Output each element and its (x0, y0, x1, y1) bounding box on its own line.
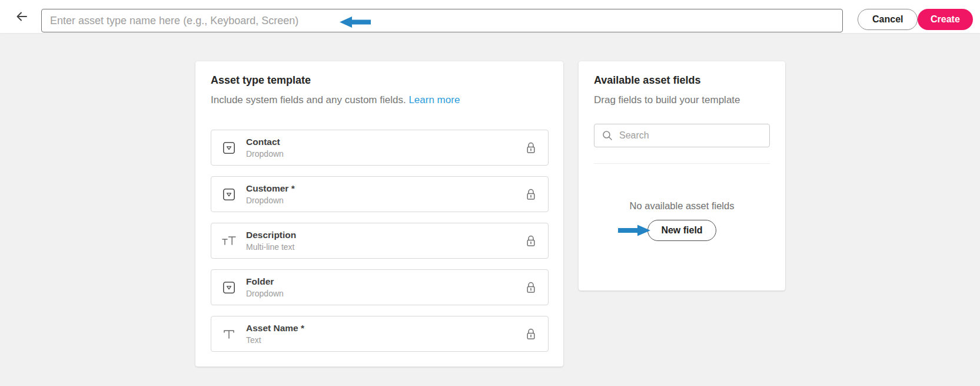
asset-type-create-page: Cancel Create Asset type template Includ… (0, 0, 980, 386)
available-card-subtitle: Drag fields to build your template (594, 94, 770, 106)
template-card-subtitle-text: Include system fields and any custom fie… (211, 94, 406, 105)
no-available-fields-message: No available asset fields (594, 200, 770, 212)
dropdown-icon (221, 281, 237, 295)
lock-icon (526, 281, 536, 294)
annotation-arrow-right-icon (618, 223, 650, 240)
field-type: Dropdown (246, 149, 284, 159)
field-row-asset-name[interactable]: Asset Name * Text (211, 316, 549, 352)
field-row-customer[interactable]: Customer * Dropdown (211, 176, 549, 212)
field-type: Dropdown (246, 289, 284, 298)
template-field-list: Contact Dropdown (211, 130, 549, 352)
multiline-text-icon (221, 234, 237, 248)
field-row-folder[interactable]: Folder Dropdown (211, 269, 549, 305)
lock-icon (526, 141, 536, 154)
asset-type-name-input[interactable] (41, 9, 843, 32)
new-field-button[interactable]: New field (647, 220, 716, 241)
template-card-title: Asset type template (211, 74, 549, 87)
available-fields-card: Available asset fields Drag fields to bu… (579, 61, 785, 291)
arrow-left-icon (14, 9, 29, 24)
lock-icon (526, 235, 536, 248)
field-search-input[interactable] (619, 130, 762, 141)
field-name: Folder (246, 276, 284, 287)
field-name: Customer * (246, 183, 295, 194)
field-name: Description (246, 230, 296, 240)
back-button[interactable] (13, 8, 31, 25)
field-type: Dropdown (246, 196, 295, 205)
field-name: Contact (246, 137, 284, 147)
search-icon (602, 130, 613, 141)
text-icon (221, 327, 237, 341)
lock-icon (526, 328, 536, 341)
field-search-box (594, 124, 770, 147)
create-button[interactable]: Create (918, 9, 973, 30)
template-card-subtitle: Include system fields and any custom fie… (211, 94, 549, 106)
new-field-row: New field (594, 220, 770, 241)
lock-icon (526, 188, 536, 201)
cancel-button[interactable]: Cancel (858, 9, 918, 30)
field-row-description[interactable]: Description Multi-line text (211, 223, 549, 259)
field-row-contact[interactable]: Contact Dropdown (211, 130, 549, 166)
asset-type-template-card: Asset type template Include system field… (195, 61, 563, 367)
learn-more-link[interactable]: Learn more (408, 94, 460, 105)
dropdown-icon (221, 187, 237, 202)
top-bar: Cancel Create (0, 0, 980, 33)
field-type: Multi-line text (246, 242, 296, 252)
field-type: Text (246, 335, 304, 345)
field-name: Asset Name * (246, 323, 304, 334)
dropdown-icon (221, 141, 237, 155)
available-card-title: Available asset fields (594, 74, 770, 87)
available-card-divider (594, 163, 770, 164)
